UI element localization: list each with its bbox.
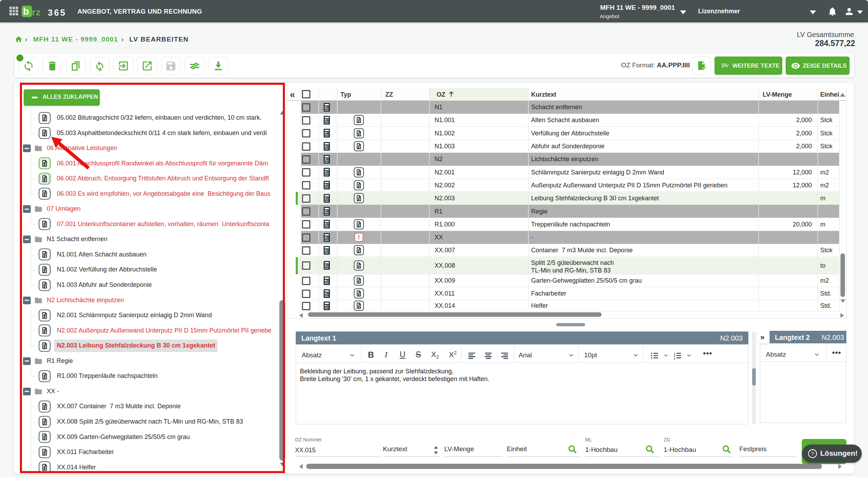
svg-text:3: 3: [674, 357, 675, 360]
svg-text:!: !: [358, 234, 360, 240]
svg-text:?: ?: [811, 450, 814, 456]
